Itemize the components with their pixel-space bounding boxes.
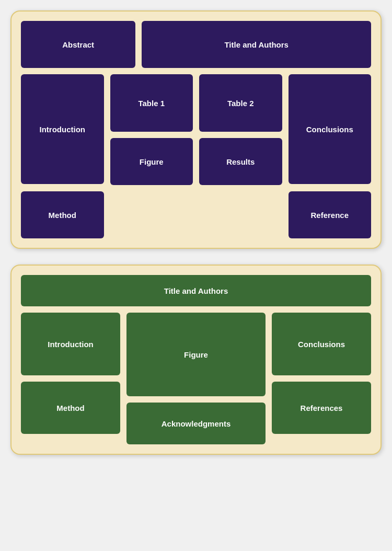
table2-label: Table 2	[227, 99, 254, 108]
p2-conclusions-label: Conclusions	[298, 340, 345, 349]
reference-label: Reference	[310, 211, 349, 220]
introduction-block: Introduction	[21, 74, 104, 184]
p2-introduction-block: Introduction	[21, 313, 120, 375]
conclusions-label: Conclusions	[306, 125, 353, 134]
p2-references-block: References	[272, 382, 371, 434]
title-authors-block: Title and Authors	[142, 21, 371, 68]
panel2-main: Introduction Method Figure Acknowledgmen…	[21, 313, 371, 444]
results-block: Results	[199, 138, 282, 185]
abstract-block: Abstract	[21, 21, 135, 68]
table1-label: Table 1	[138, 99, 165, 108]
p2-figure-block: Figure	[126, 313, 266, 396]
panel2-right: Conclusions References	[272, 313, 371, 444]
panel-purple: Abstract Title and Authors Introduction …	[10, 10, 382, 249]
table2-block: Table 2	[199, 74, 282, 132]
panel1-row1: Abstract Title and Authors	[21, 21, 371, 68]
figure-block: Figure	[110, 138, 193, 185]
p2-acknowledgments-label: Acknowledgments	[162, 419, 231, 428]
method-block: Method	[21, 191, 104, 238]
p2-title-authors-block: Title and Authors	[21, 275, 371, 306]
panel2-center: Figure Acknowledgments	[126, 313, 266, 444]
table1-block: Table 1	[110, 74, 193, 132]
p2-figure-label: Figure	[184, 350, 208, 359]
p2-references-label: References	[301, 404, 343, 412]
reference-block: Reference	[289, 191, 372, 238]
panel1-row3: Method Reference	[21, 191, 371, 238]
introduction-label: Introduction	[40, 125, 85, 134]
conclusions-block: Conclusions	[289, 74, 372, 184]
p2-introduction-label: Introduction	[48, 340, 93, 349]
title-authors-label: Title and Authors	[224, 40, 289, 49]
p2-method-block: Method	[21, 382, 120, 434]
p2-method-label: Method	[56, 404, 84, 412]
figure-label: Figure	[140, 157, 164, 166]
p2-conclusions-block: Conclusions	[272, 313, 371, 375]
panel1-middle: Introduction Table 1 Table 2 Conclusions…	[21, 74, 371, 185]
panel2-row1: Title and Authors	[21, 275, 371, 306]
panel-green: Title and Authors Introduction Method Fi…	[10, 265, 382, 455]
results-label: Results	[226, 157, 255, 166]
p2-acknowledgments-block: Acknowledgments	[126, 403, 266, 444]
p2-title-authors-label: Title and Authors	[164, 286, 228, 295]
method-label: Method	[49, 211, 76, 220]
abstract-label: Abstract	[62, 40, 94, 49]
panel2-left: Introduction Method	[21, 313, 120, 444]
